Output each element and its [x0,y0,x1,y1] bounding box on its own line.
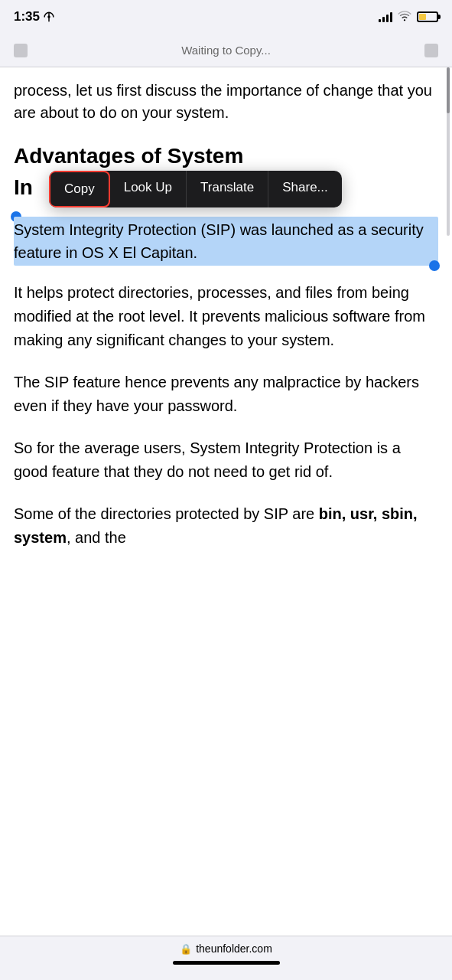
wifi-icon [398,11,411,24]
status-icons [379,11,438,24]
location-icon [44,11,54,22]
selection-handle-bottom [429,260,440,271]
heading-section: Advantages of System In Copy Look Up Tra… [14,142,438,209]
scrollbar[interactable] [447,67,450,236]
paragraph-2: The SIP feature hence prevents any malpr… [14,371,438,418]
nav-right-icon [424,44,438,57]
selected-text: System Integrity Protection (SIP) was la… [14,217,438,266]
paragraph-3: So for the average users, System Integri… [14,436,438,484]
translate-menu-item[interactable]: Translate [187,171,268,207]
lookup-menu-item[interactable]: Look Up [110,171,187,207]
nav-title: Waiting to Copy... [181,44,271,57]
section-heading-line2: In [14,174,33,201]
lock-icon: 🔒 [180,943,192,955]
heading-menu-row: In Copy Look Up Translate Share... [14,169,438,209]
copy-menu-item[interactable]: Copy [49,171,110,207]
section-heading-line1: Advantages of System [14,142,438,169]
url-text: theunfolder.com [196,942,272,955]
context-menu: Copy Look Up Translate Share... [49,171,342,207]
bottom-bar: 🔒 theunfolder.com [0,936,452,980]
bottom-spacer [14,568,438,629]
status-time: 1:35 [14,9,54,24]
signal-bars [379,11,392,22]
status-bar: 1:35 [0,0,452,34]
paragraph-4-partial: Some of the directories protected by SIP… [14,502,438,550]
scrollbar-thumb[interactable] [447,67,450,113]
intro-paragraph: process, let us first discuss the import… [14,80,438,124]
bottom-url-bar: 🔒 theunfolder.com [180,942,272,955]
paragraph-1: It helps protect directories, processes,… [14,281,438,352]
content-area: process, let us first discuss the import… [0,67,452,629]
time-display: 1:35 [14,9,40,24]
nav-bar: Waiting to Copy... [0,34,452,67]
svg-point-0 [47,15,50,18]
share-menu-item[interactable]: Share... [268,171,342,207]
selected-text-block: System Integrity Protection (SIP) was la… [14,217,438,266]
nav-left-icon [14,44,28,57]
home-indicator [173,961,280,965]
battery-icon [417,11,438,22]
